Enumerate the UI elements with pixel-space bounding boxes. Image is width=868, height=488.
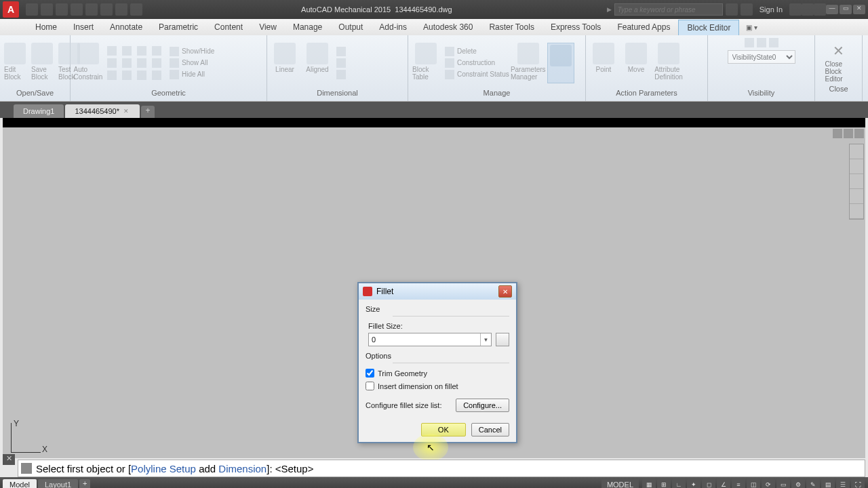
nav-showmotion-icon[interactable] (850, 204, 863, 219)
drawing-canvas[interactable]: Y X Fillet ✕ Size Fillet Size: 0 ▼ Optio… (3, 118, 865, 458)
user-icon[interactable] (741, 3, 753, 16)
trim-geometry-checkbox[interactable] (366, 369, 374, 378)
move-action-button[interactable]: Move (623, 43, 650, 83)
signin-link[interactable]: Sign In (753, 5, 789, 14)
nav-wheel-icon[interactable] (850, 144, 863, 159)
constraint-icon[interactable] (152, 46, 161, 56)
auto-constrain-button[interactable]: Auto Constrain (75, 43, 102, 83)
tab-insert[interactable]: Insert (65, 20, 102, 35)
vis-icon[interactable] (757, 38, 766, 47)
cycling-icon[interactable]: ⟳ (762, 479, 775, 488)
vis-icon[interactable] (745, 38, 754, 47)
block-table-button[interactable]: Block Table (412, 43, 439, 83)
ribbon-minimize-icon[interactable]: ▣ ▾ (746, 24, 757, 31)
point-param-button[interactable]: Point (590, 43, 617, 83)
layout1-tab[interactable]: Layout1 (38, 479, 78, 488)
tab-annotate[interactable]: Annotate (102, 20, 151, 35)
size-table-button[interactable] (496, 333, 509, 346)
visibility-state-select[interactable]: VisibilityState0 (728, 50, 795, 64)
tab-featured[interactable]: Featured Apps (609, 20, 678, 35)
dialog-titlebar[interactable]: Fillet ✕ (359, 283, 516, 300)
constraint-icon[interactable] (137, 46, 146, 56)
dialog-close-button[interactable]: ✕ (498, 285, 512, 298)
qp-icon[interactable]: ▭ (776, 479, 790, 488)
polar-toggle-icon[interactable]: ✦ (687, 479, 701, 488)
param-manager-button[interactable]: Parameters Manager (515, 43, 542, 83)
grid-toggle-icon[interactable]: ▦ (642, 479, 656, 488)
lineweight-toggle-icon[interactable]: ≡ (732, 479, 745, 488)
qat-undo-icon[interactable] (100, 3, 113, 16)
fillet-size-combo[interactable]: 0 ▼ (368, 333, 492, 346)
construction-button[interactable]: Construction (445, 58, 509, 68)
exchange-icon[interactable] (789, 3, 802, 16)
constraint-icon[interactable] (152, 58, 161, 68)
constraint-icon[interactable] (137, 58, 146, 68)
constraint-icon[interactable] (107, 70, 117, 80)
tab-addins[interactable]: Add-ins (371, 20, 415, 35)
nav-orbit-icon[interactable] (850, 189, 863, 204)
constraint-icon[interactable] (107, 46, 117, 56)
tab-block-editor[interactable]: Block Editor (678, 20, 739, 35)
qat-more-icon[interactable] (130, 3, 142, 16)
linear-dim-button[interactable]: Linear (271, 43, 298, 83)
constraint-icon[interactable] (152, 70, 161, 80)
tab-close-icon[interactable]: ✕ (123, 108, 130, 115)
doc-tab-current[interactable]: 1344465490*✕ (65, 104, 139, 118)
transparency-icon[interactable]: ◫ (747, 479, 760, 488)
tab-output[interactable]: Output (330, 20, 371, 35)
title-arrow-icon[interactable]: ▶ (607, 6, 612, 13)
attr-def-button[interactable]: Attribute Definition (655, 43, 682, 83)
otrack-toggle-icon[interactable]: ∠ (717, 479, 730, 488)
show-all-button[interactable]: Show All (170, 58, 214, 68)
quickprops-icon[interactable]: ▤ (821, 479, 835, 488)
chevron-down-icon[interactable]: ▼ (480, 333, 491, 346)
save-block-button[interactable]: Save Block (31, 43, 53, 83)
tab-manage[interactable]: Manage (285, 20, 330, 35)
app-icon[interactable]: A (3, 1, 19, 18)
command-line[interactable]: Select first object or [Polyline Setup a… (18, 460, 865, 477)
dim-icon[interactable] (336, 47, 346, 56)
dim-icon[interactable] (336, 58, 346, 68)
annomonitor-icon[interactable]: ⚙ (791, 479, 805, 488)
configure-button[interactable]: Configure... (456, 399, 509, 412)
minimize-viewport-icon[interactable] (833, 129, 842, 138)
tab-view[interactable]: View (251, 20, 285, 35)
cmdline-close-icon[interactable]: ✕ (3, 454, 15, 465)
customize-icon[interactable]: ☰ (836, 479, 850, 488)
units-icon[interactable]: ✎ (806, 479, 820, 488)
minimize-button[interactable]: — (826, 5, 838, 14)
edit-block-button[interactable]: Edit Block (4, 43, 26, 83)
tab-express[interactable]: Express Tools (542, 20, 609, 35)
maximize-viewport-icon[interactable] (844, 129, 853, 138)
help-icon[interactable] (814, 3, 826, 16)
qat-redo-icon[interactable] (115, 3, 127, 16)
ok-button[interactable]: OK (421, 423, 466, 436)
model-tab[interactable]: Model (3, 479, 37, 488)
hide-all-button[interactable]: Hide All (170, 70, 214, 79)
doc-tab-drawing1[interactable]: Drawing1 (14, 104, 64, 118)
qat-saveas-icon[interactable] (71, 3, 83, 16)
nav-pan-icon[interactable] (850, 159, 863, 174)
constraint-icon[interactable] (122, 70, 132, 80)
osnap-toggle-icon[interactable]: ◻ (702, 479, 715, 488)
constraint-icon[interactable] (107, 58, 117, 68)
add-layout-button[interactable]: + (79, 479, 90, 488)
qat-plot-icon[interactable] (85, 3, 98, 16)
qat-new-icon[interactable] (26, 3, 38, 16)
vis-icon[interactable] (769, 38, 778, 47)
ortho-toggle-icon[interactable]: ∟ (672, 479, 686, 488)
qat-open-icon[interactable] (41, 3, 53, 16)
search-input[interactable] (614, 3, 723, 16)
constraint-status-button[interactable]: Constraint Status (445, 70, 509, 79)
tab-add-button[interactable]: + (141, 106, 155, 118)
cancel-button[interactable]: Cancel (471, 423, 509, 436)
close-button[interactable]: ✕ (853, 5, 865, 14)
qat-save-icon[interactable] (56, 3, 68, 16)
delete-button[interactable]: Delete (445, 47, 509, 56)
tab-content[interactable]: Content (206, 20, 251, 35)
show-hide-button[interactable]: Show/Hide (170, 47, 214, 56)
nav-zoom-icon[interactable] (850, 174, 863, 189)
snap-toggle-icon[interactable]: ⊞ (657, 479, 671, 488)
close-viewport-icon[interactable] (854, 129, 864, 138)
tab-home[interactable]: Home (27, 20, 65, 35)
